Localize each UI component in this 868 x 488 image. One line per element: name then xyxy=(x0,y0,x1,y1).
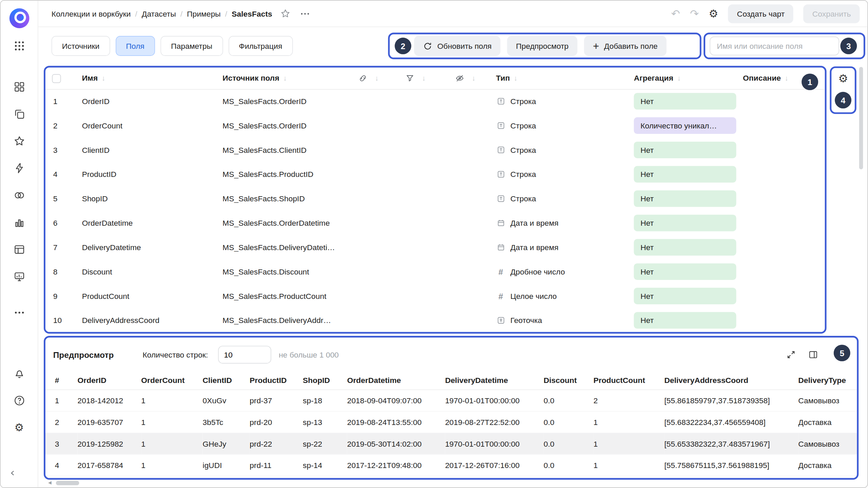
tab[interactable]: Фильтрация xyxy=(229,36,293,56)
field-type[interactable]: # Целое число xyxy=(496,291,629,301)
apps-grid-icon[interactable] xyxy=(8,35,30,57)
aggregation-select[interactable]: Нет xyxy=(634,312,736,329)
field-description[interactable] xyxy=(738,89,825,114)
field-row[interactable]: 10 DeliveryAddressCoord MS_SalesFacts.De… xyxy=(45,308,825,332)
tab[interactable]: Поля xyxy=(116,36,155,56)
column-header-aggregation[interactable]: Агрегация xyxy=(634,74,680,83)
field-row[interactable]: 8 Discount MS_SalesFacts.Discount # xyxy=(45,260,825,284)
field-type[interactable]: # Строка xyxy=(496,97,629,106)
field-row[interactable]: 4 ProductID MS_SalesFacts.ProductID # xyxy=(45,162,825,186)
field-name[interactable]: ShopID xyxy=(78,186,218,211)
column-header-description[interactable]: Описание xyxy=(743,74,788,83)
charts-icon[interactable] xyxy=(8,211,30,233)
undo-icon[interactable]: ↶ xyxy=(671,8,680,19)
field-type[interactable]: # Дробное число xyxy=(496,267,629,277)
more-actions-icon[interactable] xyxy=(299,8,311,19)
sidebar-settings-gear-icon[interactable]: ⚙ xyxy=(8,416,30,438)
field-type[interactable]: # Строка xyxy=(496,145,629,154)
dataset-settings-gear-icon[interactable]: ⚙ xyxy=(709,8,718,19)
aggregation-select[interactable]: Нет xyxy=(634,215,736,231)
aggregation-select[interactable]: Нет xyxy=(634,166,736,183)
create-chart-button[interactable]: Создать чарт xyxy=(728,4,794,23)
vertical-scrollbar[interactable] xyxy=(859,67,863,169)
breadcrumb-item[interactable]: Датасеты xyxy=(142,9,176,18)
field-description[interactable] xyxy=(738,308,825,332)
save-button[interactable]: Сохранить xyxy=(804,4,860,23)
field-description[interactable] xyxy=(738,186,825,211)
field-row[interactable]: 5 ShopID MS_SalesFacts.ShopID # xyxy=(45,186,825,211)
field-type[interactable]: # Строка xyxy=(496,194,629,203)
field-name[interactable]: ClientID xyxy=(78,138,218,162)
preview-button[interactable]: Предпросмотр xyxy=(507,36,577,56)
column-header-name[interactable]: Имя xyxy=(82,74,105,83)
datalens-logo[interactable] xyxy=(9,8,29,28)
field-description[interactable] xyxy=(738,162,825,186)
hscroll-left-arrow-icon[interactable]: ◂ xyxy=(48,479,52,486)
preview-layout-icon[interactable] xyxy=(808,350,818,360)
help-icon[interactable] xyxy=(8,389,30,411)
refresh-fields-button[interactable]: Обновить поля xyxy=(414,36,500,56)
sidebar-collapse-icon[interactable] xyxy=(6,466,19,480)
notifications-bell-icon[interactable] xyxy=(8,362,30,384)
topbar-actions: ↶ ↷ ⚙ Создать чарт Сохранить xyxy=(671,4,860,23)
aggregation-select[interactable]: Нет xyxy=(634,263,736,280)
favorites-icon[interactable] xyxy=(8,130,30,152)
column-header-type[interactable]: Тип xyxy=(496,74,517,83)
horizontal-scrollbar[interactable] xyxy=(56,481,79,485)
expand-preview-icon[interactable] xyxy=(786,350,796,360)
field-type[interactable]: # Дата и время xyxy=(496,243,629,252)
field-search-input[interactable] xyxy=(710,37,839,56)
aggregation-select[interactable]: Нет xyxy=(634,190,736,207)
redo-icon[interactable]: ↷ xyxy=(690,8,699,19)
field-description[interactable] xyxy=(738,260,825,284)
aggregation-select[interactable]: Нет xyxy=(634,239,736,256)
field-name[interactable]: ProductCount xyxy=(78,284,218,308)
sidebar-more-icon[interactable] xyxy=(8,302,30,324)
field-row[interactable]: 7 DeliveryDatetime MS_SalesFacts.Deliver… xyxy=(45,235,825,260)
field-name[interactable]: OrderID xyxy=(78,89,218,114)
column-header-hidden[interactable] xyxy=(455,74,475,83)
field-description[interactable] xyxy=(738,284,825,308)
field-name[interactable]: DeliveryDatetime xyxy=(78,235,218,260)
field-name[interactable]: OrderDatetime xyxy=(78,211,218,235)
add-field-button[interactable]: + Добавить поле xyxy=(584,36,667,56)
aggregation-select[interactable]: Нет xyxy=(634,142,736,158)
field-type[interactable]: # Строка xyxy=(496,170,629,179)
breadcrumb-item[interactable]: Коллекции и воркбуки xyxy=(52,9,131,18)
datasets-icon[interactable] xyxy=(8,239,30,261)
field-name[interactable]: DeliveryAddressCoord xyxy=(78,308,218,332)
editor-icon[interactable] xyxy=(8,157,30,179)
field-name[interactable]: OrderCount xyxy=(78,114,218,138)
field-row[interactable]: 3 ClientID MS_SalesFacts.ClientID # xyxy=(45,138,825,162)
field-row[interactable]: 2 OrderCount MS_SalesFacts.OrderID # xyxy=(45,114,825,138)
row-count-input[interactable] xyxy=(218,346,271,363)
favorite-star-icon[interactable] xyxy=(280,8,291,19)
table-settings-gear-icon[interactable]: ⚙ xyxy=(838,73,848,84)
aggregation-select[interactable]: Количество уникал… xyxy=(634,117,736,134)
dashboards-icon[interactable] xyxy=(8,266,30,288)
breadcrumb-item[interactable]: Примеры xyxy=(187,9,220,18)
column-header-filter[interactable] xyxy=(406,74,426,83)
tab[interactable]: Источники xyxy=(52,36,110,56)
column-header-source[interactable]: Источник поля xyxy=(222,74,287,83)
tab[interactable]: Параметры xyxy=(160,36,223,56)
column-header-link[interactable] xyxy=(358,74,379,83)
field-row[interactable]: 1 OrderID MS_SalesFacts.OrderID # xyxy=(45,89,825,114)
aggregation-select[interactable]: Нет xyxy=(634,93,736,110)
field-name[interactable]: ProductID xyxy=(78,162,218,186)
field-description[interactable] xyxy=(738,114,825,138)
field-row[interactable]: 9 ProductCount MS_SalesFacts.ProductCoun… xyxy=(45,284,825,308)
field-type[interactable]: # Геоточка xyxy=(496,316,629,325)
field-row[interactable]: 6 OrderDatetime MS_SalesFacts.OrderDatet… xyxy=(45,211,825,235)
collections-icon[interactable] xyxy=(8,103,30,125)
field-description[interactable] xyxy=(738,235,825,260)
aggregation-select[interactable]: Нет xyxy=(634,288,736,304)
field-name[interactable]: Discount xyxy=(78,260,218,284)
relations-icon[interactable] xyxy=(8,184,30,206)
field-type[interactable]: # Дата и время xyxy=(496,219,629,227)
select-all-checkbox[interactable] xyxy=(52,74,61,83)
workbooks-icon[interactable] xyxy=(8,76,30,98)
field-description[interactable] xyxy=(738,138,825,162)
field-type[interactable]: # Строка xyxy=(496,121,629,130)
field-description[interactable] xyxy=(738,211,825,235)
